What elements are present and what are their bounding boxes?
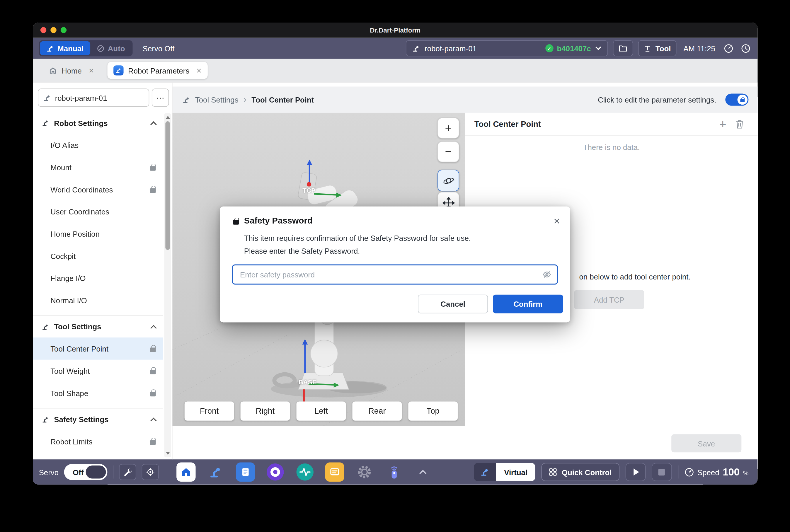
sidebar-item-safety-io[interactable]: Safety I/O bbox=[33, 452, 163, 459]
close-tab-icon[interactable]: × bbox=[89, 66, 94, 75]
robot-params-app-button[interactable] bbox=[206, 462, 225, 481]
speed-indicator[interactable]: Speed 100 % bbox=[684, 466, 748, 478]
tab-robot-parameters[interactable]: Robot Parameters × bbox=[107, 62, 207, 79]
section-tool-settings[interactable]: Tool Settings bbox=[33, 315, 163, 338]
speedometer-icon[interactable] bbox=[722, 42, 734, 54]
virtual-mode-label: Virtual bbox=[496, 463, 535, 481]
speed-label: Speed bbox=[697, 468, 719, 476]
remote-app-button[interactable] bbox=[385, 462, 404, 481]
sidebar-item-robot-limits[interactable]: Robot Limits bbox=[33, 430, 163, 452]
manual-mode-button[interactable]: Manual bbox=[40, 41, 90, 55]
build-id: b401407c bbox=[557, 44, 591, 53]
auto-disabled-icon bbox=[97, 44, 104, 52]
open-folder-button[interactable] bbox=[613, 40, 633, 56]
log-app-button[interactable] bbox=[325, 462, 344, 481]
scrollbar-thumb[interactable] bbox=[165, 121, 170, 250]
eye-off-icon[interactable] bbox=[542, 269, 552, 280]
safety-password-input[interactable] bbox=[232, 265, 558, 285]
orbit-icon bbox=[443, 175, 454, 187]
monitor-app-button[interactable] bbox=[295, 462, 315, 481]
confirm-button[interactable]: Confirm bbox=[493, 295, 563, 314]
minimize-window-button[interactable] bbox=[51, 27, 57, 33]
item-label: Cockpit bbox=[51, 252, 76, 260]
settings-app-button[interactable] bbox=[355, 462, 374, 481]
section-robot-settings[interactable]: Robot Settings bbox=[33, 112, 163, 134]
robot-arm-icon bbox=[183, 96, 190, 103]
zoom-in-button[interactable]: + bbox=[437, 118, 459, 138]
collapse-chevron-icon[interactable] bbox=[150, 417, 157, 424]
grid-icon bbox=[549, 468, 557, 476]
tab-robot-parameters-label: Robot Parameters bbox=[128, 66, 189, 75]
view-right-button[interactable]: Right bbox=[241, 401, 290, 420]
section-safety-settings[interactable]: Safety Settings bbox=[33, 408, 163, 430]
fullscreen-window-button[interactable] bbox=[61, 27, 67, 33]
bottom-dock: Servo Off bbox=[33, 459, 757, 484]
sidebar-item-mount[interactable]: Mount bbox=[33, 156, 163, 178]
servo-label: Servo bbox=[39, 468, 59, 476]
item-label: User Coordinates bbox=[51, 207, 109, 215]
lock-icon bbox=[233, 218, 239, 225]
sidebar-item-world-coordinates[interactable]: World Coordinates bbox=[33, 178, 163, 201]
scroll-up-arrow-icon[interactable] bbox=[166, 116, 170, 119]
zoom-out-button[interactable]: − bbox=[437, 141, 459, 162]
history-icon[interactable] bbox=[739, 42, 751, 54]
sidebar-item-flange-io[interactable]: Flange I/O bbox=[33, 267, 163, 289]
trash-icon[interactable] bbox=[735, 119, 744, 129]
sidebar-scrollbar[interactable] bbox=[164, 113, 171, 458]
scroll-down-arrow-icon[interactable] bbox=[166, 452, 170, 455]
auto-mode-button[interactable]: Auto bbox=[90, 41, 132, 55]
quick-control-button[interactable]: Quick Control bbox=[542, 463, 619, 481]
edit-lock-toggle[interactable] bbox=[725, 94, 748, 106]
sidebar-item-io-alias[interactable]: I/O Alias bbox=[33, 134, 163, 156]
speedometer-icon bbox=[684, 467, 694, 477]
view-top-button[interactable]: Top bbox=[408, 401, 458, 420]
cancel-button[interactable]: Cancel bbox=[418, 295, 488, 314]
breadcrumb-parent[interactable]: Tool Settings bbox=[195, 95, 239, 104]
virtual-mode-switch[interactable]: Virtual bbox=[474, 463, 535, 481]
play-button[interactable] bbox=[625, 463, 645, 481]
view-left-button[interactable]: Left bbox=[297, 401, 346, 420]
top-toolbar: Manual Auto Servo Off robot-param-01 ✓ bbox=[33, 38, 757, 59]
stop-button[interactable] bbox=[652, 463, 672, 481]
add-tcp-button[interactable]: Add TCP bbox=[574, 290, 644, 309]
tool-button[interactable]: Tool bbox=[638, 40, 676, 56]
dock-expand-chevron-icon[interactable] bbox=[419, 470, 426, 477]
parameter-set-field[interactable]: robot-param-01 bbox=[38, 89, 149, 107]
wrench-tool-button[interactable] bbox=[119, 464, 136, 480]
add-icon[interactable]: + bbox=[719, 118, 727, 130]
tool-button-label: Tool bbox=[656, 44, 671, 53]
robot-selector[interactable]: robot-param-01 ✓ b401407c bbox=[406, 40, 608, 56]
dialog-message-line1: This item requires confirmation of the S… bbox=[244, 232, 557, 245]
close-window-button[interactable] bbox=[40, 27, 46, 33]
robot-arm-icon bbox=[43, 94, 51, 101]
sidebar-more-button[interactable]: ⋯ bbox=[152, 89, 169, 107]
jog-button[interactable] bbox=[142, 464, 159, 480]
view-rear-button[interactable]: Rear bbox=[352, 401, 402, 420]
dialog-message-line2: Please enter the Safety Password. bbox=[244, 245, 557, 258]
view-front-button[interactable]: Front bbox=[185, 401, 234, 420]
close-tab-icon[interactable]: × bbox=[196, 66, 201, 75]
save-button[interactable]: Save bbox=[671, 434, 741, 452]
robot-arm-icon bbox=[413, 44, 420, 52]
sidebar-item-tool-shape[interactable]: Tool Shape bbox=[33, 382, 163, 404]
tcp-axis-label: TCP bbox=[302, 187, 316, 194]
servo-toggle[interactable]: Off bbox=[64, 464, 108, 480]
dialog-close-button[interactable]: × bbox=[553, 215, 560, 227]
home-app-button[interactable] bbox=[177, 462, 196, 481]
document-app-button[interactable] bbox=[236, 462, 255, 481]
robot-parameters-app-icon bbox=[113, 65, 124, 75]
sidebar-item-cockpit[interactable]: Cockpit bbox=[33, 245, 163, 267]
collapse-chevron-icon[interactable] bbox=[150, 325, 157, 331]
tab-home[interactable]: Home × bbox=[43, 62, 100, 79]
rotate-view-button[interactable] bbox=[437, 170, 459, 191]
sidebar-item-tool-weight[interactable]: Tool Weight bbox=[33, 360, 163, 382]
sidebar-item-normal-io[interactable]: Normal I/O bbox=[33, 289, 163, 311]
sidebar-item-user-coordinates[interactable]: User Coordinates bbox=[33, 201, 163, 223]
collapse-chevron-icon[interactable] bbox=[150, 121, 157, 128]
robot-arm-icon bbox=[42, 323, 49, 330]
speed-value: 100 bbox=[723, 466, 739, 478]
target-app-button[interactable] bbox=[266, 462, 285, 481]
sidebar-item-tool-center-point[interactable]: Tool Center Point bbox=[33, 338, 163, 360]
item-label: Home Position bbox=[51, 229, 100, 238]
sidebar-item-home-position[interactable]: Home Position bbox=[33, 223, 163, 245]
